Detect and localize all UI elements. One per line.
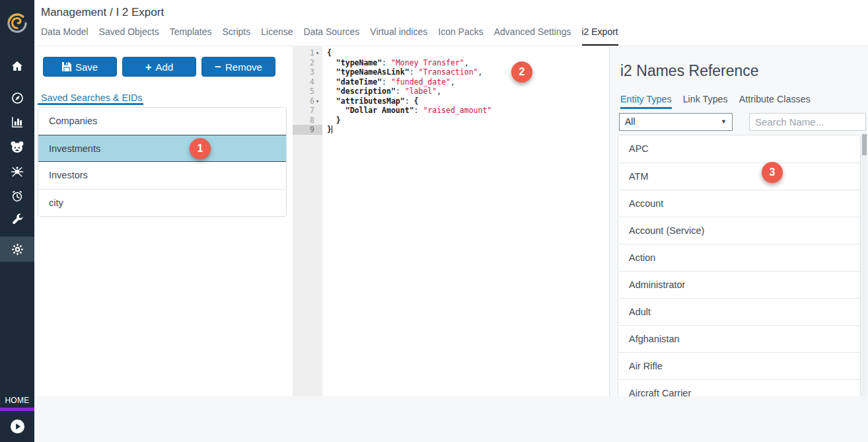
search-name-input[interactable] <box>749 113 866 131</box>
entity-types-list: APCATMAccountAccount (Service)ActionAdmi… <box>618 135 861 396</box>
editor-lines: 1▾{2 "typeName": "Money Transfer",3 "typ… <box>293 48 609 135</box>
scrollbar-thumb[interactable] <box>862 134 867 155</box>
saved-search-item-companies[interactable]: Companies <box>38 108 286 135</box>
editor-actions: Save + Add − Remove <box>43 57 275 77</box>
reference-tabs: Entity TypesLink TypesAttribute Classes <box>620 94 811 109</box>
json-config-editor[interactable]: 1▾{2 "typeName": "Money Transfer",3 "typ… <box>293 46 609 396</box>
entity-type-item-adult[interactable]: Adult <box>618 298 860 325</box>
fold-caret-icon[interactable]: ▾ <box>314 48 322 58</box>
breadcrumb: Management / I 2 Export <box>41 6 164 19</box>
tab-saved-searches-eids[interactable]: Saved Searches & EIDs <box>41 92 142 103</box>
home-breadcrumb-label[interactable]: HOME <box>0 396 34 405</box>
editor-line: 8 } <box>293 116 609 126</box>
app-sidebar: HOME <box>0 0 34 442</box>
saved-search-item-city[interactable]: city <box>38 189 286 216</box>
tab-icon-packs[interactable]: Icon Packs <box>438 26 483 46</box>
save-button-label: Save <box>75 61 98 73</box>
entity-type-item-action[interactable]: Action <box>618 244 860 271</box>
remove-button[interactable]: − Remove <box>201 57 275 77</box>
play-icon[interactable] <box>10 419 25 434</box>
tab-saved-objects[interactable]: Saved Objects <box>99 26 159 46</box>
annotation-badge-1: 1 <box>190 138 211 159</box>
save-floppy-icon <box>62 62 71 71</box>
discover-compass-icon[interactable] <box>0 85 34 110</box>
tab-link-types[interactable]: Link Types <box>683 94 728 109</box>
tab-data-model[interactable]: Data Model <box>41 26 89 46</box>
add-button[interactable]: + Add <box>122 57 196 77</box>
editor-line: 3 "typeNameAsLink": "Transaction", <box>293 67 609 77</box>
tab-scripts[interactable]: Scripts <box>222 26 250 46</box>
editor-line: 4 "dateTime": "funded_date", <box>293 77 609 87</box>
entity-type-item-account-service[interactable]: Account (Service) <box>618 217 860 244</box>
entity-type-filter-select[interactable]: All ▼ <box>619 113 733 131</box>
selected-filter-value: All <box>625 116 635 127</box>
scheduler-clock-icon[interactable] <box>0 184 34 209</box>
active-tab-underline <box>38 103 143 105</box>
editor-line: 1▾{ <box>293 48 609 58</box>
saved-search-item-investments[interactable]: Investments <box>38 135 286 162</box>
entity-type-item-aircraft-carrier[interactable]: Aircraft Carrier <box>618 379 860 396</box>
editor-line: 7 "Dollar Amount": "raised_amount" <box>293 106 609 116</box>
siren-logo-icon[interactable] <box>0 0 34 46</box>
accent-divider <box>0 408 34 411</box>
saved-search-item-investors[interactable]: Investors <box>38 162 286 189</box>
annotation-badge-3: 3 <box>762 162 783 183</box>
tab-data-sources[interactable]: Data Sources <box>304 26 360 46</box>
page-header: Management / I 2 Export Data ModelSaved … <box>34 0 868 46</box>
entity-type-item-air-rifle[interactable]: Air Rifle <box>618 352 860 379</box>
tab-license[interactable]: License <box>261 26 293 46</box>
editor-line: 6▾ "attributesMap": { <box>293 96 609 106</box>
editor-line: 9} <box>293 125 609 135</box>
editor-line: 5 "description": "label", <box>293 87 609 96</box>
editor-line: 2 "typeName": "Money Transfer", <box>293 58 609 68</box>
fold-caret-icon[interactable]: ▾ <box>314 96 322 106</box>
home-icon[interactable] <box>0 54 34 79</box>
i2-names-reference-panel: i2 Names Reference Entity TypesLink Type… <box>609 46 868 396</box>
management-gear-icon[interactable] <box>0 237 34 262</box>
tab-virtual-indices[interactable]: Virtual indices <box>370 26 427 46</box>
entity-type-item-administrator[interactable]: Administrator <box>618 271 860 298</box>
plus-icon: + <box>145 61 152 73</box>
tab-templates[interactable]: Templates <box>170 26 212 46</box>
tab-advanced-settings[interactable]: Advanced Settings <box>494 26 571 46</box>
tab-entity-types[interactable]: Entity Types <box>620 94 672 109</box>
annotation-badge-2: 2 <box>511 61 532 83</box>
saved-searches-list: CompaniesInvestmentsInvestorscity <box>38 107 287 217</box>
entity-type-item-apc[interactable]: APC <box>618 135 860 163</box>
add-button-label: Add <box>156 61 174 73</box>
entity-type-item-account[interactable]: Account <box>618 190 860 217</box>
saved-searches-panel: Save + Add − Remove Saved Searches & EID… <box>34 46 293 396</box>
tab-attribute-classes[interactable]: Attribute Classes <box>739 94 811 109</box>
save-button[interactable]: Save <box>43 57 117 77</box>
graph-browser-icon[interactable] <box>0 135 34 160</box>
entity-type-item-afghanistan[interactable]: Afghanistan <box>618 325 860 352</box>
minus-icon: − <box>215 61 221 73</box>
header-tabs: Data ModelSaved ObjectsTemplatesScriptsL… <box>41 26 618 46</box>
topology-spider-icon[interactable] <box>0 159 34 184</box>
tab-i2-export[interactable]: i2 Export <box>582 26 618 46</box>
list-scrollbar[interactable] <box>861 132 867 396</box>
chevron-down-icon: ▼ <box>721 114 727 130</box>
remove-button-label: Remove <box>225 61 262 73</box>
panel-title: i2 Names Reference <box>620 62 759 80</box>
visualize-chart-icon[interactable] <box>0 110 34 135</box>
tools-wrench-icon[interactable] <box>0 207 34 233</box>
text-cursor <box>332 126 333 133</box>
entity-type-item-atm[interactable]: ATM <box>618 163 860 190</box>
